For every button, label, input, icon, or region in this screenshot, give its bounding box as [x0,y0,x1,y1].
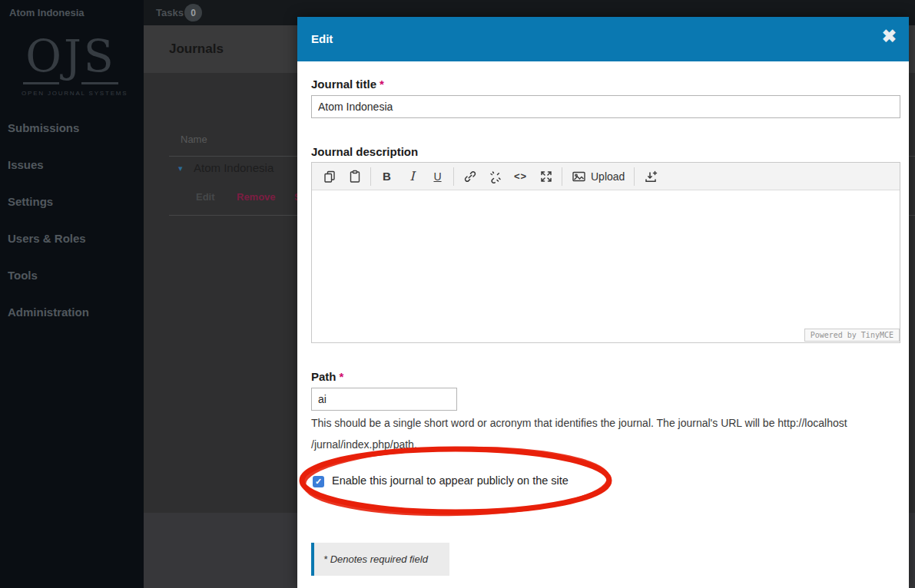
ojs-logo-underline [22,82,120,85]
modal-header: Edit ✖ [297,17,909,61]
bold-button[interactable]: B [374,166,399,187]
row-action-remove[interactable]: Remove [237,191,276,203]
journal-title-field[interactable] [311,95,900,118]
tasks-link[interactable]: Tasks [156,7,184,18]
copy-button[interactable] [317,166,342,187]
description-rich-text-editor: B I U <> [311,162,900,343]
unlink-button[interactable] [482,166,508,187]
path-field[interactable] [311,388,457,411]
checkmark-icon: ✓ [315,477,322,486]
path-help-line-1: This should be a single short word or ac… [311,412,901,434]
paste-button[interactable] [342,166,367,187]
journal-row-title[interactable]: Atom Indonesia [194,161,274,174]
fullscreen-icon [539,170,553,183]
journals-table-name-header: Name [181,134,207,145]
unlink-icon [489,170,502,183]
ojs-logo-caption: OPEN JOURNAL SYSTEMS [22,90,120,97]
underline-button[interactable]: U [425,166,450,187]
sidebar-item-submissions[interactable]: Submissions [8,121,138,158]
sidebar-item-administration[interactable]: Administration [8,306,138,342]
toolbar-separator [453,167,454,186]
required-asterisk: * [380,78,384,91]
path-label: Path* [311,370,343,383]
fullscreen-button[interactable] [533,166,559,187]
sidebar-item-issues[interactable]: Issues [8,158,138,195]
edit-journal-modal: Edit ✖ Journal title* Journal descriptio… [297,17,909,588]
image-upload-button[interactable]: Upload [565,166,631,187]
image-upload-label: Upload [591,170,625,183]
row-action-edit[interactable]: Edit [196,191,215,203]
path-help-text: This should be a single short word or ac… [311,412,901,455]
tasks-count-badge[interactable]: 0 [184,4,202,21]
journal-description-label: Journal description [311,145,418,158]
sidebar-item-settings[interactable]: Settings [8,195,138,232]
toolbar-separator [562,167,562,186]
row-expand-caret-icon[interactable]: ▾ [178,164,183,173]
journal-title-label: Journal title* [311,78,384,91]
sidebar-nav: Submissions Issues Settings Users & Role… [8,121,138,342]
copy-icon [323,170,336,183]
italic-button[interactable]: I [399,166,425,187]
toolbar-separator [634,167,635,186]
source-code-button[interactable]: <> [508,166,533,187]
file-upload-button[interactable] [638,166,663,187]
paste-icon [348,170,362,183]
sidebar-item-tools[interactable]: Tools [8,269,138,306]
sidebar: Atom Indonesia OJS OPEN JOURNAL SYSTEMS … [0,0,144,588]
site-context-title: Atom Indonesia [9,7,85,18]
modal-title: Edit [311,32,333,45]
enable-journal-label[interactable]: Enable this journal to appear publicly o… [332,474,569,487]
enable-journal-checkbox[interactable]: ✓ [313,476,324,487]
description-edit-area[interactable] [312,190,900,342]
ojs-logo-text: OJS [22,32,120,81]
image-icon [572,170,586,183]
tinymce-toolbar: B I U <> [312,163,900,190]
close-icon[interactable]: ✖ [882,28,897,45]
link-button[interactable] [457,166,482,187]
page-title: Journals [169,41,224,57]
modal-body: Journal title* Journal description B I [297,61,909,588]
link-icon [463,170,477,183]
path-help-line-2: /jurnal/index.php/path. [311,434,901,455]
toolbar-separator [370,167,371,186]
sidebar-item-users-roles[interactable]: Users & Roles [8,232,138,269]
required-field-note: * Denotes required field [311,543,449,576]
tinymce-powered-by[interactable]: Powered by TinyMCE [804,329,900,342]
ojs-logo: OJS OPEN JOURNAL SYSTEMS [22,32,120,97]
required-asterisk: * [340,370,344,383]
upload-tray-icon [644,170,658,183]
